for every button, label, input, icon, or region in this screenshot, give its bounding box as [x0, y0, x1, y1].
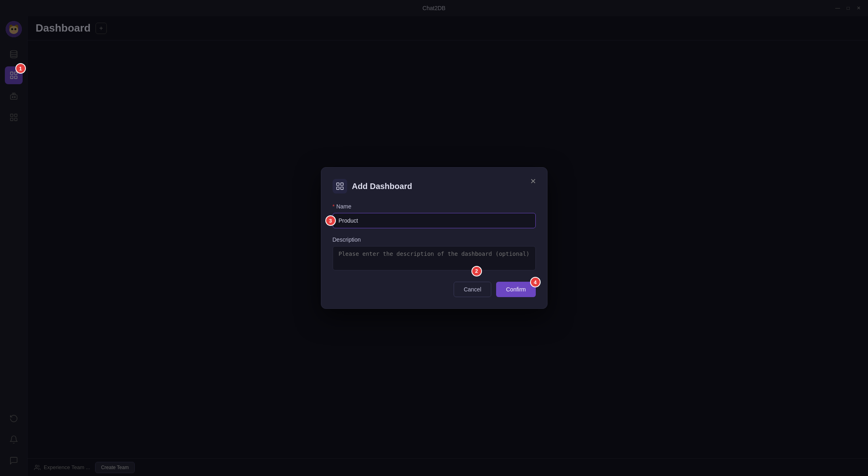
modal-header: Add Dashboard [333, 179, 536, 193]
name-form-group: * Name 3 [333, 203, 536, 228]
svg-rect-22 [340, 183, 343, 185]
modal-overlay[interactable]: Add Dashboard ✕ * Name 3 Description C [0, 0, 868, 476]
description-form-group: Description [333, 236, 536, 272]
name-label: * Name [333, 203, 536, 210]
description-input[interactable] [333, 246, 536, 270]
name-input[interactable] [333, 213, 536, 228]
modal-icon [333, 179, 347, 193]
modal-footer: Cancel Confirm 4 [333, 282, 536, 297]
svg-rect-21 [336, 183, 339, 185]
step-badge-2: 2 [471, 266, 482, 276]
step-badge-4: 4 [530, 277, 541, 287]
modal-title: Add Dashboard [352, 182, 412, 191]
step-badge-3: 3 [325, 215, 336, 226]
modal-close-button[interactable]: ✕ [528, 176, 539, 187]
add-dashboard-modal: Add Dashboard ✕ * Name 3 Description C [321, 167, 548, 309]
bar-chart-icon [335, 182, 344, 191]
confirm-button[interactable]: Confirm 4 [496, 282, 535, 297]
svg-rect-23 [336, 187, 339, 189]
svg-rect-24 [340, 187, 343, 189]
description-label: Description [333, 236, 536, 243]
required-star: * [333, 203, 335, 210]
cancel-button[interactable]: Cancel [454, 282, 492, 297]
step-badge-1: 1 [15, 63, 26, 74]
